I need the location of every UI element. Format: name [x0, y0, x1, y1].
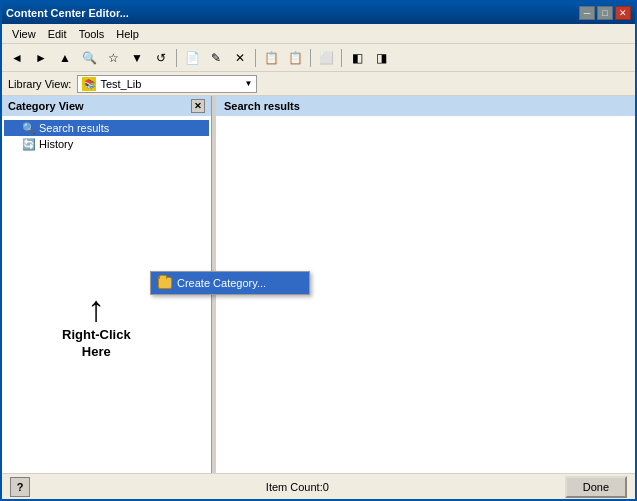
context-menu-create-category[interactable]: Create Category...	[151, 272, 309, 294]
new-button[interactable]: 📄	[181, 47, 203, 69]
up-button[interactable]: ▲	[54, 47, 76, 69]
separator-3	[310, 49, 311, 67]
view2-button[interactable]: ◧	[346, 47, 368, 69]
library-dropdown[interactable]: 📚 Test_Lib ▼	[77, 75, 257, 93]
done-button[interactable]: Done	[565, 476, 627, 498]
category-panel: Category View ✕ 🔍 Search results 🔄 Histo…	[2, 96, 212, 473]
edit-button[interactable]: ✎	[205, 47, 227, 69]
main-window: Content Center Editor... ─ □ ✕ View Edit…	[0, 0, 637, 501]
status-bar: ? Item Count:0 Done	[2, 473, 635, 499]
separator-4	[341, 49, 342, 67]
title-bar: Content Center Editor... ─ □ ✕	[2, 2, 635, 24]
folder-icon	[157, 275, 173, 291]
arrow-annotation: ↑ Right-Click Here	[62, 291, 131, 361]
refresh-button[interactable]: ↺	[150, 47, 172, 69]
history-label: History	[39, 138, 73, 150]
right-click-line2: Here	[82, 344, 111, 359]
delete-button[interactable]: ✕	[229, 47, 251, 69]
search-button[interactable]: 🔍	[78, 47, 100, 69]
menu-bar: View Edit Tools Help	[2, 24, 635, 44]
help-button[interactable]: ?	[10, 477, 30, 497]
tree-item-history[interactable]: 🔄 History	[4, 136, 209, 152]
toolbar: ◄ ► ▲ 🔍 ☆ ▼ ↺ 📄 ✎ ✕ 📋 📋 ⬜ ◧ ◨	[2, 44, 635, 72]
context-menu: Create Category...	[150, 271, 310, 295]
library-bar: Library View: 📚 Test_Lib ▼	[2, 72, 635, 96]
separator-1	[176, 49, 177, 67]
create-category-label: Create Category...	[177, 277, 266, 289]
back-button[interactable]: ◄	[6, 47, 28, 69]
history-icon: 🔄	[22, 137, 36, 151]
item-count: Item Count:0	[266, 481, 329, 493]
search-icon: 🔍	[22, 121, 36, 135]
tree-item-search-results[interactable]: 🔍 Search results	[4, 120, 209, 136]
library-label: Library View:	[8, 78, 71, 90]
menu-tools[interactable]: Tools	[73, 26, 111, 42]
title-controls: ─ □ ✕	[579, 6, 631, 20]
search-panel-title: Search results	[224, 100, 300, 112]
category-panel-title: Category View	[8, 100, 84, 112]
close-button[interactable]: ✕	[615, 6, 631, 20]
category-panel-header: Category View ✕	[2, 96, 211, 116]
minimize-button[interactable]: ─	[579, 6, 595, 20]
dropdown-arrow-icon: ▼	[244, 79, 252, 88]
search-panel-header: Search results	[216, 96, 635, 116]
view1-button[interactable]: ⬜	[315, 47, 337, 69]
view3-button[interactable]: ◨	[370, 47, 392, 69]
right-click-line1: Right-Click	[62, 327, 131, 342]
forward-button[interactable]: ►	[30, 47, 52, 69]
filter-button[interactable]: ▼	[126, 47, 148, 69]
category-panel-close[interactable]: ✕	[191, 99, 205, 113]
copy-button[interactable]: 📋	[260, 47, 282, 69]
menu-edit[interactable]: Edit	[42, 26, 73, 42]
right-click-label: Right-Click Here	[62, 327, 131, 361]
main-content: Category View ✕ 🔍 Search results 🔄 Histo…	[2, 96, 635, 473]
search-results-label: Search results	[39, 122, 109, 134]
maximize-button[interactable]: □	[597, 6, 613, 20]
separator-2	[255, 49, 256, 67]
menu-help[interactable]: Help	[110, 26, 145, 42]
paste-button[interactable]: 📋	[284, 47, 306, 69]
menu-view[interactable]: View	[6, 26, 42, 42]
window-title: Content Center Editor...	[6, 7, 129, 19]
favorites-button[interactable]: ☆	[102, 47, 124, 69]
library-icon: 📚	[82, 77, 96, 91]
arrow-up-icon: ↑	[87, 291, 105, 327]
library-name: Test_Lib	[100, 78, 141, 90]
folder-yellow-icon	[158, 277, 172, 289]
